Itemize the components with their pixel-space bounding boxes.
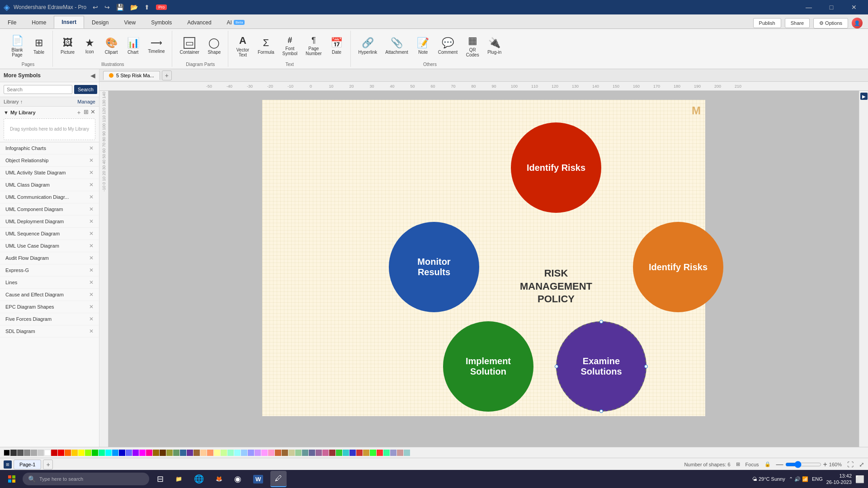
- page-tab-1[interactable]: Page-1: [14, 460, 41, 469]
- chart-btn[interactable]: 📊 Chart: [123, 33, 143, 60]
- tab-advanced[interactable]: Advanced: [179, 16, 219, 28]
- color-swatch[interactable]: [227, 450, 234, 456]
- color-swatch[interactable]: [193, 450, 200, 456]
- list-item[interactable]: Audit Flow Diagram ✕: [0, 252, 99, 264]
- list-item[interactable]: Cause and Effect Diagram ✕: [0, 289, 99, 301]
- list-item[interactable]: Lines ✕: [0, 277, 99, 289]
- tab-symbols[interactable]: Symbols: [143, 16, 179, 28]
- shape-identify-risks-right[interactable]: Identify Risks: [633, 222, 723, 312]
- color-swatch[interactable]: [119, 450, 125, 456]
- color-swatch[interactable]: [78, 450, 85, 456]
- doc-tab[interactable]: 5 Step Risk Ma...: [103, 71, 160, 80]
- color-swatch[interactable]: [31, 450, 37, 456]
- color-swatch[interactable]: [17, 450, 24, 456]
- tab-design[interactable]: Design: [84, 16, 116, 28]
- color-swatch[interactable]: [356, 450, 363, 456]
- color-swatch[interactable]: [132, 450, 139, 456]
- my-library-close-btn[interactable]: ✕: [90, 108, 95, 117]
- color-swatch[interactable]: [349, 450, 356, 456]
- tab-ai[interactable]: AI Beta: [219, 16, 253, 28]
- search-button[interactable]: Search: [74, 85, 97, 94]
- color-swatch[interactable]: [248, 450, 254, 456]
- color-swatch[interactable]: [85, 450, 91, 456]
- list-item[interactable]: UML Sequence Diagram ✕: [0, 228, 99, 240]
- minimize-btn[interactable]: —: [798, 0, 819, 14]
- search-input[interactable]: [4, 85, 72, 94]
- color-swatch[interactable]: [397, 450, 403, 456]
- shape-identify-risks-top[interactable]: Identify Risks: [511, 122, 601, 213]
- close-icon[interactable]: ✕: [89, 291, 94, 298]
- share-btn[interactable]: Share: [785, 18, 810, 28]
- diagram-canvas[interactable]: Identify Risks Monitor Results Identify …: [262, 100, 705, 416]
- color-swatch[interactable]: [65, 450, 71, 456]
- close-icon[interactable]: ✕: [89, 169, 94, 176]
- color-swatch[interactable]: [44, 450, 51, 456]
- color-swatch[interactable]: [160, 450, 166, 456]
- color-swatch[interactable]: [241, 450, 247, 456]
- formula-btn[interactable]: Σ Formula: [255, 33, 278, 60]
- close-icon[interactable]: ✕: [89, 304, 94, 310]
- list-item[interactable]: SDL Diagram ✕: [0, 325, 99, 338]
- zoom-out-btn[interactable]: —: [776, 460, 783, 469]
- color-swatch[interactable]: [200, 450, 207, 456]
- show-desktop-btn[interactable]: ⬜: [855, 475, 864, 483]
- list-item[interactable]: UML Communication Diagr... ✕: [0, 191, 99, 203]
- color-swatch[interactable]: [383, 450, 390, 456]
- list-item[interactable]: UML Use Case Diagram ✕: [0, 240, 99, 252]
- color-swatch[interactable]: [343, 450, 349, 456]
- color-swatch[interactable]: [295, 450, 302, 456]
- color-swatch[interactable]: [336, 450, 342, 456]
- color-swatch[interactable]: [234, 450, 241, 456]
- close-icon[interactable]: ✕: [89, 255, 94, 261]
- hyperlink-btn[interactable]: 🔗 Hyperlink: [355, 33, 381, 60]
- plugin-btn[interactable]: 🔌 Plug-in: [484, 33, 505, 60]
- close-icon[interactable]: ✕: [89, 279, 94, 286]
- color-swatch[interactable]: [316, 450, 322, 456]
- qr-codes-btn[interactable]: ▦ QRCodes: [462, 33, 482, 60]
- close-icon[interactable]: ✕: [89, 267, 94, 273]
- list-item[interactable]: UML Deployment Diagram ✕: [0, 216, 99, 228]
- picture-btn[interactable]: 🖼 Picture: [57, 33, 78, 60]
- shape-examine-solutions[interactable]: Examine Solutions: [556, 321, 646, 412]
- color-swatch[interactable]: [390, 450, 396, 456]
- list-item[interactable]: UML Class Diagram ✕: [0, 179, 99, 191]
- list-item[interactable]: UML Activity State Diagram ✕: [0, 167, 99, 179]
- note-btn[interactable]: 📝 Note: [413, 33, 433, 60]
- color-swatch[interactable]: [261, 450, 268, 456]
- add-tab-btn[interactable]: +: [162, 70, 172, 80]
- vector-text-btn[interactable]: A VectorText: [233, 33, 253, 60]
- my-library-settings-btn[interactable]: ⊞: [84, 108, 89, 117]
- taskbar-explorer[interactable]: 📁: [171, 471, 187, 487]
- list-item[interactable]: Five Forces Diagram ✕: [0, 313, 99, 325]
- list-item[interactable]: Object Relationship ✕: [0, 155, 99, 167]
- color-swatch[interactable]: [153, 450, 159, 456]
- save-btn[interactable]: 💾: [113, 3, 127, 12]
- color-swatch[interactable]: [214, 450, 220, 456]
- color-swatch[interactable]: [51, 450, 57, 456]
- task-view-btn[interactable]: ⊟: [152, 471, 168, 487]
- publish-btn[interactable]: Publish: [753, 18, 781, 28]
- list-item[interactable]: UML Component Diagram ✕: [0, 203, 99, 216]
- color-swatch[interactable]: [24, 450, 30, 456]
- my-library-add-btn[interactable]: ＋: [76, 108, 82, 117]
- color-swatch[interactable]: [4, 450, 10, 456]
- font-symbol-btn[interactable]: # FontSymbol: [279, 33, 301, 60]
- taskbar-firefox[interactable]: 🦊: [211, 471, 227, 487]
- attachment-btn[interactable]: 📎 Attachment: [382, 33, 411, 60]
- close-icon[interactable]: ✕: [89, 145, 94, 151]
- close-btn[interactable]: ✕: [844, 0, 864, 14]
- tab-view[interactable]: View: [116, 16, 143, 28]
- icon-btn[interactable]: ★ Icon: [80, 33, 99, 60]
- add-page-btn[interactable]: +: [43, 460, 53, 469]
- table-btn[interactable]: ⊞ Table: [29, 33, 49, 60]
- focus-mode[interactable]: Focus: [745, 462, 759, 467]
- open-btn[interactable]: 📂: [127, 3, 141, 12]
- page-number-btn[interactable]: ¶ PageNumber: [302, 33, 325, 60]
- close-icon[interactable]: ✕: [89, 157, 94, 164]
- list-item[interactable]: Infographic Charts ✕: [0, 142, 99, 155]
- color-swatch[interactable]: [404, 450, 410, 456]
- manage-btn[interactable]: Manage: [77, 99, 95, 104]
- color-swatch[interactable]: [221, 450, 227, 456]
- close-icon[interactable]: ✕: [89, 206, 94, 212]
- taskbar-edge[interactable]: 🌐: [189, 471, 208, 487]
